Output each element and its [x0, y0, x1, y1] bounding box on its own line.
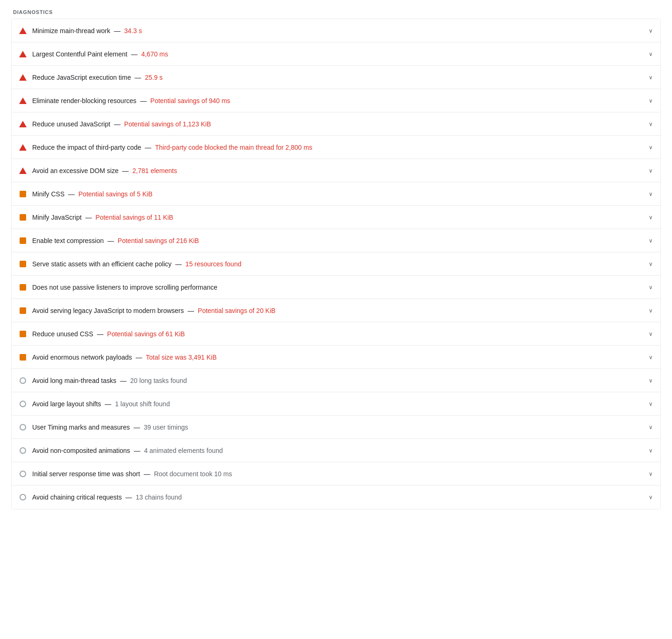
diag-detail: 39 user timings: [144, 424, 188, 431]
diag-label: User Timing marks and measures: [32, 424, 130, 431]
warning-icon: [19, 307, 27, 314]
diag-text-long-main-thread-tasks: Avoid long main-thread tasks — 20 long t…: [32, 377, 187, 384]
warning-icon: [19, 237, 27, 244]
diag-separator: —: [103, 400, 113, 408]
diag-text-largest-contentful-paint: Largest Contentful Paint element — 4,670…: [32, 50, 168, 58]
diag-detail: 4,670 ms: [141, 50, 168, 58]
diag-text-minimize-main-thread: Minimize main-thread work — 34.3 s: [32, 27, 142, 35]
diag-item-network-payloads[interactable]: Avoid enormous network payloads — Total …: [12, 346, 660, 369]
error-icon: [19, 27, 27, 35]
chevron-down-icon[interactable]: ∨: [649, 97, 653, 104]
diag-item-cache-policy[interactable]: Serve static assets with an efficient ca…: [12, 252, 660, 276]
diag-separator: —: [174, 260, 184, 268]
warning-icon: [19, 330, 27, 338]
chevron-down-icon[interactable]: ∨: [649, 424, 653, 431]
chevron-down-icon[interactable]: ∨: [649, 377, 653, 384]
warning-icon: [19, 214, 27, 221]
chevron-down-icon[interactable]: ∨: [649, 261, 653, 267]
diag-item-passive-listeners[interactable]: Does not use passive listeners to improv…: [12, 276, 660, 299]
diag-separator: —: [112, 120, 122, 128]
chevron-down-icon[interactable]: ∨: [649, 74, 653, 81]
chevron-down-icon[interactable]: ∨: [649, 237, 653, 244]
chevron-down-icon[interactable]: ∨: [649, 447, 653, 454]
diag-item-long-main-thread-tasks[interactable]: Avoid long main-thread tasks — 20 long t…: [12, 369, 660, 392]
diag-label: Avoid non-composited animations: [32, 447, 130, 454]
diag-detail: 15 resources found: [185, 260, 241, 268]
diag-detail: 4 animated elements found: [144, 447, 223, 454]
error-icon: [19, 120, 27, 128]
error-icon: [19, 167, 27, 174]
info-icon: [19, 470, 27, 478]
chevron-down-icon[interactable]: ∨: [649, 284, 653, 291]
diag-separator: —: [120, 167, 131, 174]
diag-item-minimize-main-thread[interactable]: Minimize main-thread work — 34.3 s∨: [12, 19, 660, 42]
chevron-down-icon[interactable]: ∨: [649, 331, 653, 337]
chevron-down-icon[interactable]: ∨: [649, 494, 653, 500]
diag-item-minify-css[interactable]: Minify CSS — Potential savings of 5 KiB∨: [12, 182, 660, 206]
diag-item-text-compression[interactable]: Enable text compression — Potential savi…: [12, 229, 660, 252]
diag-item-eliminate-render-blocking[interactable]: Eliminate render-blocking resources — Po…: [12, 89, 660, 112]
diag-text-eliminate-render-blocking: Eliminate render-blocking resources — Po…: [32, 97, 230, 104]
diag-detail: Potential savings of 61 KiB: [107, 330, 185, 338]
diag-label: Avoid long main-thread tasks: [32, 377, 116, 384]
diag-text-cache-policy: Serve static assets with an efficient ca…: [32, 260, 241, 268]
diag-detail: Potential savings of 216 KiB: [118, 237, 199, 244]
diag-label: Reduce JavaScript execution time: [32, 74, 131, 81]
chevron-down-icon[interactable]: ∨: [649, 307, 653, 314]
diag-detail: 1 layout shift found: [115, 400, 170, 408]
diag-separator: —: [129, 50, 140, 58]
diag-item-third-party-code[interactable]: Reduce the impact of third-party code — …: [12, 136, 660, 159]
diag-detail: 34.3 s: [124, 27, 142, 35]
diag-text-unused-css: Reduce unused CSS — Potential savings of…: [32, 330, 185, 338]
diag-separator: —: [124, 493, 134, 501]
diag-detail: 2,781 elements: [133, 167, 177, 174]
diag-detail: Potential savings of 20 KiB: [198, 307, 276, 314]
chevron-down-icon[interactable]: ∨: [649, 191, 653, 197]
diag-detail: 25.9 s: [145, 74, 162, 81]
diag-item-user-timing[interactable]: User Timing marks and measures — 39 user…: [12, 416, 660, 439]
diag-item-unused-css[interactable]: Reduce unused CSS — Potential savings of…: [12, 322, 660, 346]
diag-text-server-response-time: Initial server response time was short —…: [32, 470, 232, 478]
diag-detail: 20 long tasks found: [130, 377, 187, 384]
chevron-down-icon[interactable]: ∨: [649, 121, 653, 127]
diag-separator: —: [143, 144, 153, 151]
diag-item-layout-shifts[interactable]: Avoid large layout shifts — 1 layout shi…: [12, 392, 660, 416]
diag-item-reduce-js-execution[interactable]: Reduce JavaScript execution time — 25.9 …: [12, 66, 660, 89]
diag-item-chaining-critical-requests[interactable]: Avoid chaining critical requests — 13 ch…: [12, 486, 660, 509]
diag-item-server-response-time[interactable]: Initial server response time was short —…: [12, 462, 660, 486]
diag-item-legacy-js[interactable]: Avoid serving legacy JavaScript to moder…: [12, 299, 660, 322]
diag-label: Initial server response time was short: [32, 470, 140, 478]
diag-label: Largest Contentful Paint element: [32, 50, 127, 58]
diag-item-dom-size[interactable]: Avoid an excessive DOM size — 2,781 elem…: [12, 159, 660, 182]
chevron-down-icon[interactable]: ∨: [649, 167, 653, 174]
chevron-down-icon[interactable]: ∨: [649, 354, 653, 361]
chevron-down-icon[interactable]: ∨: [649, 401, 653, 407]
chevron-down-icon[interactable]: ∨: [649, 51, 653, 57]
diag-label: Reduce the impact of third-party code: [32, 144, 141, 151]
diag-label: Does not use passive listeners to improv…: [32, 284, 217, 291]
diag-item-minify-js[interactable]: Minify JavaScript — Potential savings of…: [12, 206, 660, 229]
warning-icon: [19, 190, 27, 198]
diag-item-non-composited-animations[interactable]: Avoid non-composited animations — 4 anim…: [12, 439, 660, 462]
diag-detail: 13 chains found: [136, 493, 182, 501]
info-icon: [19, 400, 27, 408]
diag-text-dom-size: Avoid an excessive DOM size — 2,781 elem…: [32, 167, 177, 174]
diag-text-passive-listeners: Does not use passive listeners to improv…: [32, 284, 217, 291]
diag-separator: —: [134, 354, 144, 361]
diag-text-chaining-critical-requests: Avoid chaining critical requests — 13 ch…: [32, 493, 182, 501]
diag-separator: —: [132, 424, 142, 431]
diag-text-minify-js: Minify JavaScript — Potential savings of…: [32, 214, 173, 221]
diag-item-reduce-unused-js[interactable]: Reduce unused JavaScript — Potential sav…: [12, 112, 660, 136]
diag-text-legacy-js: Avoid serving legacy JavaScript to moder…: [32, 307, 275, 314]
diag-text-minify-css: Minify CSS — Potential savings of 5 KiB: [32, 190, 153, 198]
diag-separator: —: [84, 214, 94, 221]
chevron-down-icon[interactable]: ∨: [649, 144, 653, 151]
chevron-down-icon[interactable]: ∨: [649, 28, 653, 34]
chevron-down-icon[interactable]: ∨: [649, 214, 653, 221]
diag-text-third-party-code: Reduce the impact of third-party code — …: [32, 144, 312, 151]
diag-text-reduce-unused-js: Reduce unused JavaScript — Potential sav…: [32, 120, 211, 128]
diag-item-largest-contentful-paint[interactable]: Largest Contentful Paint element — 4,670…: [12, 42, 660, 66]
diag-separator: —: [133, 74, 143, 81]
diag-separator: —: [132, 447, 142, 454]
chevron-down-icon[interactable]: ∨: [649, 471, 653, 477]
